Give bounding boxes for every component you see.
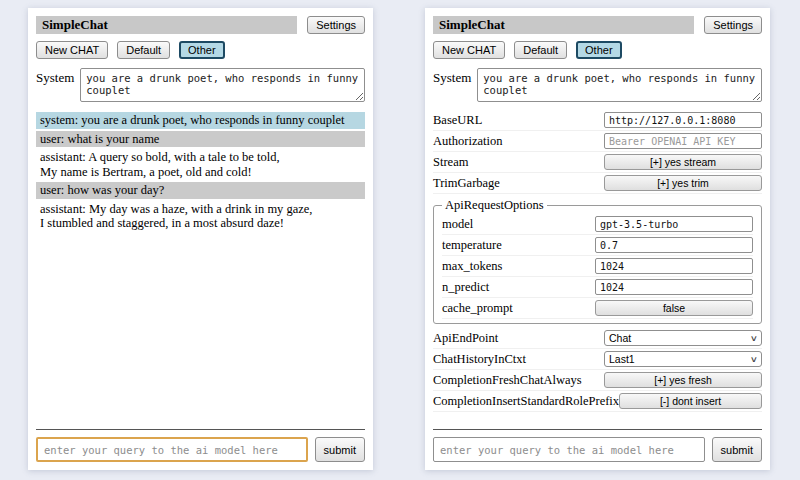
app-title: SimpleChat xyxy=(433,16,694,34)
assistant-message: assistant: A query so bold, with a tale … xyxy=(36,149,365,180)
query-area: submit xyxy=(36,429,365,462)
setting-label: n_predict xyxy=(442,280,489,295)
system-prompt-row: System you are a drunk poet, who respond… xyxy=(36,68,365,102)
user-message: user: what is your name xyxy=(36,131,365,148)
select-value: Last1 xyxy=(609,353,635,365)
cache-prompt-toggle-button[interactable]: false xyxy=(595,300,753,316)
setting-label: TrimGarbage xyxy=(433,176,500,191)
settings-panel: SimpleChat Settings New CHAT Default Oth… xyxy=(425,8,770,470)
setting-label: ChatHistoryInCtxt xyxy=(433,352,526,367)
setting-label: Stream xyxy=(433,155,468,170)
stream-toggle-button[interactable]: [+] yes stream xyxy=(604,154,762,170)
setting-row-trimgarbage: TrimGarbage[+] yes trim xyxy=(433,174,762,194)
api-request-options-legend: ApiRequestOptions xyxy=(442,198,547,213)
setting-label: temperature xyxy=(442,238,502,253)
new-chat-button[interactable]: New CHAT xyxy=(36,41,108,59)
new-chat-button[interactable]: New CHAT xyxy=(433,41,505,59)
chevron-down-icon: ∨ xyxy=(750,355,758,364)
divider xyxy=(433,429,762,430)
system-prompt-row: System you are a drunk poet, who respond… xyxy=(433,68,762,102)
model-input[interactable] xyxy=(595,216,753,232)
setting-label: BaseURL xyxy=(433,113,482,128)
session-tab-other[interactable]: Other xyxy=(576,41,622,59)
chat-panel: SimpleChat Settings New CHAT Default Oth… xyxy=(28,8,373,470)
chat-message-list: system: you are a drunk poet, who respon… xyxy=(36,112,365,429)
assistant-message: assistant: My day was a haze, with a dri… xyxy=(36,201,365,232)
query-input[interactable] xyxy=(433,437,705,462)
setting-label: Authorization xyxy=(433,134,502,149)
session-tab-other[interactable]: Other xyxy=(179,41,225,59)
setting-row-cache-prompt: cache_promptfalse xyxy=(442,299,753,319)
setting-row-stream: Stream[+] yes stream xyxy=(433,153,762,173)
completionfreshchatalways-toggle-button[interactable]: [+] yes fresh xyxy=(604,372,762,388)
system-prompt-textarea[interactable]: you are a drunk poet, who responds in fu… xyxy=(477,68,762,102)
setting-row-authorization: Authorization xyxy=(433,132,762,152)
completioninsertstandardroleprefix-toggle-button[interactable]: [-] dont insert xyxy=(619,393,762,409)
session-toolbar: New CHAT Default Other xyxy=(36,41,365,59)
temperature-input[interactable] xyxy=(595,237,753,253)
api-request-options-fieldset: ApiRequestOptions modeltemperaturemax_to… xyxy=(433,198,762,324)
setting-label: CompletionFreshChatAlways xyxy=(433,373,582,388)
setting-row-model: model xyxy=(442,215,753,235)
settings-list: BaseURLAuthorizationStream[+] yes stream… xyxy=(433,111,762,413)
chathistoryinctxt-select[interactable]: Last1∨ xyxy=(604,351,762,367)
setting-label: model xyxy=(442,217,473,232)
setting-label: CompletionInsertStandardRolePrefix xyxy=(433,394,619,409)
setting-row-completioninsertstandardroleprefix: CompletionInsertStandardRolePrefix[-] do… xyxy=(433,392,762,412)
session-tab-default[interactable]: Default xyxy=(514,41,567,59)
system-prompt-textarea[interactable]: you are a drunk poet, who responds in fu… xyxy=(80,68,365,102)
settings-group-top: BaseURLAuthorizationStream[+] yes stream… xyxy=(433,111,762,194)
settings-group-bottom: ApiEndPointChat∨ChatHistoryInCtxtLast1∨C… xyxy=(433,329,762,412)
setting-label: max_tokens xyxy=(442,259,502,274)
divider xyxy=(36,429,365,430)
n-predict-input[interactable] xyxy=(595,279,753,295)
settings-button[interactable]: Settings xyxy=(307,16,365,34)
trimgarbage-toggle-button[interactable]: [+] yes trim xyxy=(604,175,762,191)
user-message: user: how was your day? xyxy=(36,182,365,199)
settings-group-api: modeltemperaturemax_tokensn_predictcache… xyxy=(442,215,753,319)
system-prompt-label: System xyxy=(433,68,471,102)
system-message: system: you are a drunk poet, who respon… xyxy=(36,112,365,129)
select-value: Chat xyxy=(609,332,631,344)
setting-label: ApiEndPoint xyxy=(433,331,498,346)
submit-button[interactable]: submit xyxy=(315,437,365,462)
submit-button[interactable]: submit xyxy=(712,437,762,462)
setting-row-chathistoryinctxt: ChatHistoryInCtxtLast1∨ xyxy=(433,350,762,370)
chat-header: SimpleChat Settings xyxy=(36,16,365,34)
setting-row-n-predict: n_predict xyxy=(442,278,753,298)
query-area: submit xyxy=(433,429,762,462)
setting-row-completionfreshchatalways: CompletionFreshChatAlways[+] yes fresh xyxy=(433,371,762,391)
chevron-down-icon: ∨ xyxy=(750,334,758,343)
settings-header: SimpleChat Settings xyxy=(433,16,762,34)
session-toolbar: New CHAT Default Other xyxy=(433,41,762,59)
authorization-input[interactable] xyxy=(604,133,762,149)
system-prompt-label: System xyxy=(36,68,74,102)
setting-row-temperature: temperature xyxy=(442,236,753,256)
max-tokens-input[interactable] xyxy=(595,258,753,274)
setting-row-baseurl: BaseURL xyxy=(433,111,762,131)
setting-row-max-tokens: max_tokens xyxy=(442,257,753,277)
setting-label: cache_prompt xyxy=(442,301,513,316)
apiendpoint-select[interactable]: Chat∨ xyxy=(604,330,762,346)
app-title: SimpleChat xyxy=(36,16,297,34)
session-tab-default[interactable]: Default xyxy=(117,41,170,59)
setting-row-apiendpoint: ApiEndPointChat∨ xyxy=(433,329,762,349)
baseurl-input[interactable] xyxy=(604,112,762,128)
settings-button[interactable]: Settings xyxy=(704,16,762,34)
query-input[interactable] xyxy=(36,437,308,462)
